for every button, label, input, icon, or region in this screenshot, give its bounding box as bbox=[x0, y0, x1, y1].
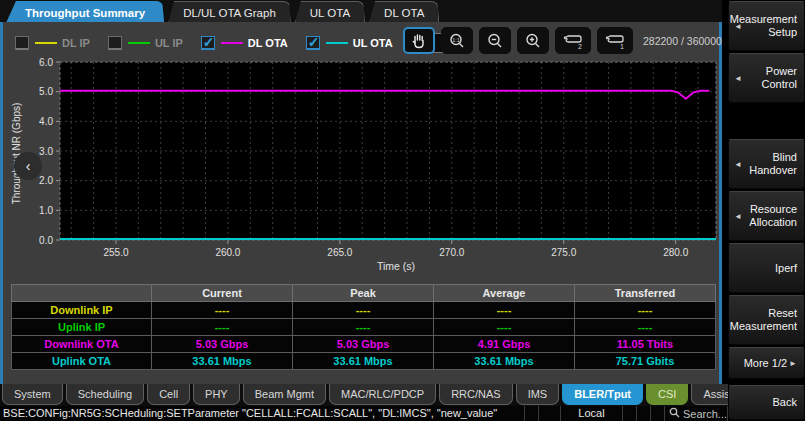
softkey-label: Blind Handover bbox=[741, 151, 797, 177]
tab-beam-mgmt[interactable]: Beam Mgmt bbox=[243, 384, 326, 405]
softkey-label: Reset Measurement bbox=[730, 307, 797, 333]
softkey-measurement-setup[interactable]: ◄ Measurement Setup bbox=[728, 1, 805, 51]
marker-2-button[interactable]: 2 bbox=[555, 27, 591, 54]
svg-text:3.0: 3.0 bbox=[39, 146, 53, 157]
throughput-table: Current Peak Average Transferred Downlin… bbox=[11, 284, 716, 370]
svg-text:2.0: 2.0 bbox=[39, 175, 53, 186]
row-label: Uplink IP bbox=[12, 319, 152, 336]
scpi-command-text: BSE:CONFig:NR5G:SCHeduling:SETParameter … bbox=[0, 406, 524, 421]
ul-ip-checkbox[interactable] bbox=[108, 36, 122, 50]
tab-bler-tput[interactable]: BLER/Tput bbox=[562, 384, 643, 405]
softkey-iperf[interactable]: Iperf bbox=[728, 243, 805, 293]
tab-csi[interactable]: CSI bbox=[646, 384, 688, 405]
svg-text:1: 1 bbox=[620, 42, 624, 49]
svg-text:4.0: 4.0 bbox=[39, 116, 53, 127]
svg-text:265.0: 265.0 bbox=[327, 247, 352, 258]
table-row: Downlink IP ---- ---- ---- ---- bbox=[12, 302, 716, 319]
legend-dl-ota: DL OTA bbox=[201, 36, 288, 50]
tab-system[interactable]: System bbox=[2, 384, 63, 405]
tab-cell[interactable]: Cell bbox=[147, 384, 190, 405]
softkey-blind-handover[interactable]: ◄ Blind Handover bbox=[728, 139, 805, 189]
status-cell bbox=[636, 406, 650, 421]
cell-peak: ---- bbox=[293, 319, 434, 336]
cell-transferred: 11.05 Tbits bbox=[575, 336, 716, 353]
svg-text:1:1: 1:1 bbox=[452, 36, 460, 42]
zoom-out-button[interactable] bbox=[479, 27, 511, 54]
tab-scheduling[interactable]: Scheduling bbox=[66, 384, 144, 405]
softkey-label: More 1/2 bbox=[744, 357, 787, 370]
status-cell bbox=[622, 406, 636, 421]
cell-transferred: 75.71 Gbits bbox=[575, 353, 716, 370]
softkey-back[interactable]: Back bbox=[728, 385, 805, 420]
svg-text:275.0: 275.0 bbox=[551, 247, 576, 258]
cell-current: 5.03 Gbps bbox=[152, 336, 293, 353]
tab-mac-rlc-pdcp[interactable]: MAC/RLC/PDCP bbox=[329, 384, 436, 405]
zoom-in-button[interactable] bbox=[517, 27, 549, 54]
svg-text:2: 2 bbox=[578, 42, 582, 49]
submenu-left-arrow-icon: ◄ bbox=[734, 72, 742, 85]
softkey-sidebar: ◄ Measurement Setup ◄ Power Control ◄ Bl… bbox=[728, 0, 805, 421]
svg-text:280.0: 280.0 bbox=[663, 247, 688, 258]
dl-ip-checkbox[interactable] bbox=[15, 36, 29, 50]
zoom-out-icon bbox=[486, 32, 504, 50]
softkey-more[interactable]: More 1/2 ► bbox=[728, 347, 805, 379]
softkey-power-control[interactable]: ◄ Power Control bbox=[728, 53, 805, 103]
status-cell bbox=[524, 406, 538, 421]
status-cell bbox=[650, 406, 664, 421]
zoom-in-icon bbox=[524, 32, 542, 50]
marker-1-button[interactable]: 1 bbox=[597, 27, 633, 54]
tab-dl-ul-ota-graph[interactable]: DL/UL OTA Graph bbox=[168, 1, 291, 23]
pan-hand-button[interactable] bbox=[403, 27, 435, 54]
search-box[interactable]: Search... bbox=[664, 406, 728, 421]
svg-text:1.0: 1.0 bbox=[39, 205, 53, 216]
ul-ip-color-swatch bbox=[128, 42, 150, 44]
dl-ota-color-swatch bbox=[221, 42, 243, 44]
table-row: Uplink IP ---- ---- ---- ---- bbox=[12, 319, 716, 336]
legend-ul-ota: UL OTA bbox=[306, 36, 393, 50]
tab-rrc-nas[interactable]: RRC/NAS bbox=[439, 384, 513, 405]
header-current: Current bbox=[152, 285, 293, 302]
search-placeholder: Search... bbox=[683, 408, 727, 420]
cell-current: 33.61 Mbps bbox=[152, 353, 293, 370]
local-mode-indicator: Local bbox=[560, 406, 622, 421]
dl-ota-label: DL OTA bbox=[248, 37, 288, 49]
submenu-left-arrow-icon: ◄ bbox=[734, 210, 742, 223]
sample-counter: 282200 / 360000 bbox=[643, 35, 722, 47]
tab-throughput-summary[interactable]: Throughput Summary bbox=[6, 1, 164, 23]
dl-ota-checkbox[interactable] bbox=[201, 36, 215, 50]
softkey-reset-measurement[interactable]: Reset Measurement bbox=[728, 295, 805, 345]
row-label: Downlink IP bbox=[12, 302, 152, 319]
cell-average: ---- bbox=[434, 319, 575, 336]
svg-text:255.0: 255.0 bbox=[103, 247, 128, 258]
header-average: Average bbox=[434, 285, 575, 302]
tab-ims[interactable]: IMS bbox=[516, 384, 560, 405]
svg-text:Time (s): Time (s) bbox=[377, 260, 415, 272]
tab-ul-ota[interactable]: UL OTA bbox=[295, 1, 365, 23]
header-transferred: Transferred bbox=[575, 285, 716, 302]
zoom-1to1-button[interactable]: 1:1 bbox=[441, 27, 473, 54]
tab-dl-ota[interactable]: DL OTA bbox=[369, 1, 439, 23]
app-window: Throughput Summary DL/UL OTA Graph UL OT… bbox=[0, 0, 805, 421]
search-icon bbox=[665, 407, 683, 420]
cell-average: 33.61 Mbps bbox=[434, 353, 575, 370]
bottom-tab-bar: System Scheduling Cell PHY Beam Mgmt MAC… bbox=[0, 384, 728, 407]
throughput-chart[interactable]: 0.01.02.03.04.05.06.0255.0260.0265.0270.… bbox=[3, 58, 725, 282]
cell-average: ---- bbox=[434, 302, 575, 319]
status-bar: BSE:CONFig:NR5G:SCHeduling:SETParameter … bbox=[0, 406, 728, 421]
cell-transferred: ---- bbox=[575, 319, 716, 336]
collapse-panel-button[interactable]: ‹ bbox=[14, 152, 42, 180]
zoom-1to1-icon: 1:1 bbox=[448, 32, 466, 50]
svg-text:260.0: 260.0 bbox=[215, 247, 240, 258]
ul-ip-label: UL IP bbox=[155, 37, 183, 49]
softkey-label: Power Control bbox=[741, 65, 797, 91]
svg-text:5.0: 5.0 bbox=[39, 86, 53, 97]
softkey-label: Iperf bbox=[775, 262, 797, 275]
softkey-resource-allocation[interactable]: ◄ Resource Allocation bbox=[728, 191, 805, 241]
series-legend: DL IP UL IP DL OTA UL OTA NR ▼ bbox=[15, 28, 459, 58]
table-row: Uplink OTA 33.61 Mbps 33.61 Mbps 33.61 M… bbox=[12, 353, 716, 370]
top-tab-bar: Throughput Summary DL/UL OTA Graph UL OT… bbox=[0, 0, 722, 23]
svg-text:270.0: 270.0 bbox=[439, 247, 464, 258]
tab-phy[interactable]: PHY bbox=[193, 384, 240, 405]
legend-dl-ip: DL IP bbox=[15, 36, 90, 50]
ul-ota-checkbox[interactable] bbox=[306, 36, 320, 50]
